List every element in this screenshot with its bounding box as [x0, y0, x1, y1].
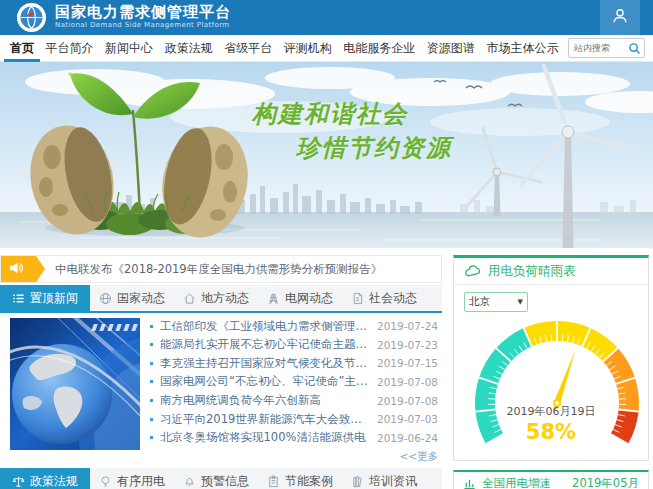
tab-policies[interactable]: 政策法规: [0, 468, 90, 489]
news-title: 南方电网统调负荷今年六创新高: [160, 393, 369, 408]
document-icon: [351, 292, 364, 305]
load-barometer-panel: 用电负荷晴雨表 北京 ▼ 2019年06月19日 58%: [453, 255, 649, 461]
news-title: 李克强主持召开国家应对气候变化及节能减排工作领导小组会议: [160, 356, 369, 371]
panel-title: 用电负荷晴雨表: [488, 263, 576, 280]
nav-item-energy-service-companies[interactable]: 电能服务企业: [341, 35, 417, 62]
user-account-button[interactable]: [600, 0, 640, 35]
list-icon: [12, 292, 25, 305]
brand: 国家电力需求侧管理平台 National Demand Side Managem…: [55, 4, 231, 29]
tab-label: 地方动态: [201, 290, 249, 307]
news-date: 2019-07-15: [377, 357, 438, 369]
alert-bell-icon: [183, 475, 196, 488]
bullet-icon: [150, 418, 153, 421]
news-date: 2019-06-24: [377, 432, 438, 444]
search-icon[interactable]: [628, 42, 641, 55]
tab-training-info[interactable]: 培训资讯: [342, 468, 426, 489]
tab-society-news[interactable]: 社会动态: [342, 285, 426, 311]
nav-item-market-entity-disclosure[interactable]: 市场主体公示: [484, 35, 560, 62]
panel-header: 用电负荷晴雨表: [454, 258, 648, 285]
news-item[interactable]: 习近平向2019世界新能源汽车大会致贺信2019-07-03: [150, 411, 438, 427]
ticker-text[interactable]: 中电联发布《2018-2019年度全国电力供需形势分析预测报告》: [55, 262, 382, 277]
news-item[interactable]: 南方电网统调负荷今年六创新高2019-07-08: [150, 393, 438, 409]
tab-grid-news[interactable]: 电网动态: [258, 285, 342, 311]
news-item[interactable]: 李克强主持召开国家应对气候变化及节能减排工作领导小组会议2019-07-15: [150, 355, 438, 371]
tab-label: 预警信息: [201, 473, 249, 489]
nav-item-evaluation-agencies[interactable]: 评测机构: [282, 35, 334, 62]
tab-orderly-power-use[interactable]: 有序用电: [90, 468, 174, 489]
bullet-icon: [150, 399, 153, 402]
chevron-down-icon: ▼: [518, 298, 523, 306]
news-item[interactable]: 北京冬奥场馆将实现100%清洁能源供电2019-06-24: [150, 430, 438, 446]
clipboard-icon: [267, 475, 280, 488]
bar-chart-icon: [463, 477, 476, 489]
load-gauge-chart: [456, 311, 646, 461]
bullet-icon: [150, 325, 153, 328]
nav-item-resource-map[interactable]: 资源图谱: [425, 35, 477, 62]
hero-banner: 构建和谐社会 珍惜节约资源: [0, 62, 653, 248]
growth-panel-period: 2019年05月: [572, 476, 639, 489]
banner-slogan-line1: 构建和谐社会: [252, 98, 408, 130]
tab-label: 社会动态: [369, 290, 417, 307]
site-search: [568, 38, 645, 58]
national-growth-panel: 全国用电增速 2019年05月: [453, 470, 649, 489]
tab-label: 电网动态: [285, 290, 333, 307]
news-date: 2019-07-24: [377, 320, 438, 332]
growth-panel-title: 全国用电增速: [482, 476, 551, 489]
platform-logo-icon: [16, 2, 47, 33]
tab-label: 置顶新闻: [30, 290, 78, 307]
bullet-icon: [150, 380, 153, 383]
site-subtitle: National Demand Side Management Platform: [55, 21, 231, 29]
news-title: 北京冬奥场馆将实现100%清洁能源供电: [160, 430, 369, 445]
nav-item-home[interactable]: 首页: [8, 35, 36, 62]
region-select[interactable]: 北京 ▼: [464, 292, 528, 312]
tab-label: 有序用电: [117, 473, 165, 489]
news-photo[interactable]: [10, 318, 140, 450]
tab-label: 培训资讯: [369, 473, 417, 489]
transmission-tower-icon: [267, 292, 280, 305]
news-date: 2019-07-23: [377, 339, 438, 351]
tab-national-news[interactable]: 国家动态: [90, 285, 174, 311]
news-tabbar: 置顶新闻 国家动态 地方动态 电网动态 社会动态: [0, 285, 442, 313]
news-title: 能源局扎实开展不忘初心牢记使命主题教育: [160, 337, 369, 352]
cloud-icon: [464, 264, 481, 278]
tab-local-news[interactable]: 地方动态: [174, 285, 258, 311]
site-title: 国家电力需求侧管理平台: [55, 4, 231, 21]
main-navigation: 首页 平台简介 新闻中心 政策法规 省级平台 评测机构 电能服务企业 资源图谱 …: [0, 35, 653, 62]
news-item[interactable]: 国家电网公司“不忘初心、牢记使命”主题教育全面展开2019-07-08: [150, 374, 438, 390]
news-item[interactable]: 能源局扎实开展不忘初心牢记使命主题教育2019-07-23: [150, 337, 438, 353]
news-item[interactable]: 工信部印发《工业领域电力需求侧管理工作指南》2019-07-24: [150, 318, 438, 334]
search-input[interactable]: [572, 42, 628, 54]
tab-top-news[interactable]: 置顶新闻: [0, 285, 90, 311]
more-news-link[interactable]: <<更多: [150, 450, 438, 464]
bullet-icon: [150, 436, 153, 439]
news-title: 国家电网公司“不忘初心、牢记使命”主题教育全面展开: [160, 374, 369, 389]
header: 国家电力需求侧管理平台 National Demand Side Managem…: [0, 0, 653, 35]
news-title: 工信部印发《工业领域电力需求侧管理工作指南》: [160, 319, 369, 334]
bullet-icon: [150, 343, 153, 346]
nav-item-provincial-platforms[interactable]: 省级平台: [222, 35, 274, 62]
nav-item-news-center[interactable]: 新闻中心: [103, 35, 155, 62]
news-list: 工信部印发《工业领域电力需求侧管理工作指南》2019-07-24 能源局扎实开展…: [150, 318, 438, 446]
tab-warning-info[interactable]: 预警信息: [174, 468, 258, 489]
scales-icon: [12, 475, 25, 488]
news-date: 2019-07-08: [377, 376, 438, 388]
tab-energy-saving-cases[interactable]: 节能案例: [258, 468, 342, 489]
tab-label: 节能案例: [285, 473, 333, 489]
tab-label: 国家动态: [117, 290, 165, 307]
bullet-icon: [150, 362, 153, 365]
news-date: 2019-07-08: [377, 395, 438, 407]
bottom-tabbar: 政策法规 有序用电 预警信息 节能案例 培训资讯: [0, 468, 442, 489]
news-title: 习近平向2019世界新能源汽车大会致贺信: [160, 412, 369, 427]
speaker-button[interactable]: [1, 256, 45, 282]
nav-item-platform-intro[interactable]: 平台简介: [44, 35, 96, 62]
region-select-value: 北京: [469, 295, 490, 309]
bulb-icon: [99, 475, 112, 488]
announcement-ticker: 中电联发布《2018-2019年度全国电力供需形势分析预测报告》: [0, 255, 442, 283]
books-icon: [351, 475, 364, 488]
nav-item-policies[interactable]: 政策法规: [163, 35, 215, 62]
home-icon: [183, 292, 196, 305]
user-icon: [611, 7, 629, 29]
banner-slogan-line2: 珍惜节约资源: [296, 132, 452, 164]
news-date: 2019-07-03: [377, 413, 438, 425]
globe-icon: [99, 292, 112, 305]
